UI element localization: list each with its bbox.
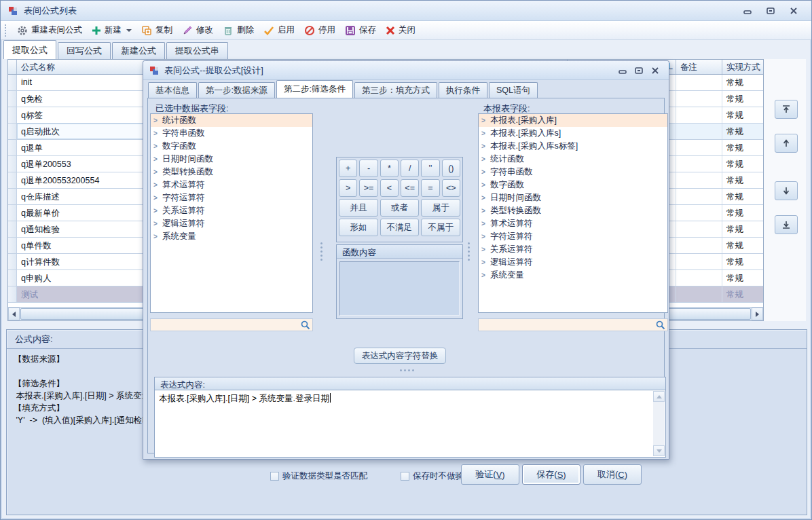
tree-item[interactable]: 类型转换函数: [479, 204, 667, 217]
expander-icon[interactable]: [481, 246, 490, 253]
dialog-tab[interactable]: 基本信息: [148, 82, 197, 98]
expander-icon[interactable]: [153, 181, 162, 189]
column-header-impl[interactable]: 实现方式: [722, 60, 763, 74]
main-tab[interactable]: 提取公式: [3, 40, 56, 59]
expander-icon[interactable]: [481, 194, 490, 202]
function-content-box[interactable]: [339, 261, 460, 316]
operator-button[interactable]: >=: [359, 179, 377, 197]
column-header-name[interactable]: 公式名称: [17, 60, 147, 74]
new-dropdown-icon[interactable]: [126, 29, 132, 32]
operator-button[interactable]: >: [339, 179, 357, 197]
dialog-restore-icon[interactable]: [631, 65, 647, 76]
tree-item[interactable]: 系统变量: [479, 269, 667, 282]
move-top-button[interactable]: [775, 100, 798, 119]
tree-item[interactable]: 日期时间函数: [479, 191, 667, 204]
operator-button[interactable]: 不属于: [421, 219, 460, 236]
operator-button[interactable]: +: [339, 160, 357, 177]
operator-button[interactable]: <=: [401, 179, 419, 197]
expander-icon[interactable]: [481, 259, 490, 266]
operator-button[interactable]: '': [421, 160, 439, 177]
left-search-input[interactable]: [150, 318, 313, 331]
validate-type-checkbox[interactable]: 验证数据类型是否匹配: [270, 470, 367, 482]
expander-icon[interactable]: [153, 168, 162, 176]
new-button[interactable]: 新建: [87, 22, 136, 38]
expander-icon[interactable]: [153, 155, 162, 163]
tree-item[interactable]: 本报表.[采购入库s]: [479, 127, 667, 140]
dialog-tab[interactable]: 执行条件: [439, 82, 487, 98]
scroll-down-icon[interactable]: [653, 445, 665, 456]
cancel-button[interactable]: 取消(C): [583, 464, 642, 485]
right-search-input[interactable]: [478, 318, 668, 331]
tree-item[interactable]: 系统变量: [151, 230, 312, 243]
expander-icon[interactable]: [153, 130, 162, 137]
expander-icon[interactable]: [481, 181, 490, 189]
tree-item[interactable]: 类型转换函数: [151, 166, 312, 179]
dialog-close-icon[interactable]: [647, 65, 663, 76]
tree-item[interactable]: 关系运算符: [151, 204, 312, 217]
operator-button[interactable]: <: [380, 179, 399, 197]
modify-button[interactable]: 修改: [177, 22, 218, 38]
expander-icon[interactable]: [481, 233, 490, 240]
tree-item[interactable]: 本报表.[采购入库]: [479, 114, 667, 127]
expression-textarea[interactable]: 本报表.[采购入库].[日期] > 系统变量.登录日期: [154, 390, 666, 458]
operator-button[interactable]: 不满足: [380, 219, 420, 236]
scroll-up-icon[interactable]: [653, 391, 665, 402]
operator-button[interactable]: (): [442, 160, 460, 177]
tree-item[interactable]: 字符串函数: [151, 127, 312, 140]
expander-icon[interactable]: [153, 143, 162, 150]
search-icon[interactable]: [655, 320, 666, 331]
delete-button[interactable]: 删除: [218, 22, 259, 38]
operator-button[interactable]: -: [359, 160, 377, 177]
main-tab[interactable]: 新建公式: [112, 42, 165, 59]
tree-item[interactable]: 算术运算符: [479, 217, 667, 230]
expander-icon[interactable]: [481, 207, 490, 215]
operator-button[interactable]: 形如: [339, 219, 378, 236]
expander-icon[interactable]: [153, 233, 162, 240]
tree-item[interactable]: 逻辑运算符: [151, 217, 312, 230]
operator-button[interactable]: =: [421, 179, 439, 197]
dialog-minimize-icon[interactable]: [614, 65, 631, 76]
search-icon[interactable]: [300, 320, 311, 331]
validate-button[interactable]: 验证(V): [461, 464, 519, 485]
checkbox-box[interactable]: [401, 472, 409, 481]
tree-item[interactable]: 统计函数: [479, 153, 667, 166]
enable-button[interactable]: 启用: [259, 22, 299, 38]
dialog-tab[interactable]: 第一步:数据来源: [198, 82, 275, 98]
tree-item[interactable]: 字符串函数: [479, 166, 667, 179]
rebuild-formula-button[interactable]: 重建表间公式: [12, 22, 87, 38]
tree-item[interactable]: 数字函数: [151, 140, 312, 153]
column-header-note[interactable]: 备注: [676, 60, 722, 74]
horizontal-splitter-handle[interactable]: [400, 369, 414, 371]
left-splitter-handle[interactable]: [320, 242, 322, 261]
minimize-icon[interactable]: [739, 5, 756, 16]
expander-icon[interactable]: [481, 220, 490, 227]
tree-item[interactable]: 字符运算符: [151, 191, 312, 204]
expander-icon[interactable]: [481, 130, 490, 137]
expander-icon[interactable]: [153, 207, 162, 215]
replace-expression-button[interactable]: 表达式内容字符替换: [354, 348, 446, 364]
tree-item[interactable]: 本报表.[采购入库s标签]: [479, 140, 667, 153]
disable-button[interactable]: 停用: [299, 22, 340, 38]
main-tab[interactable]: 回写公式: [58, 42, 111, 59]
operator-button[interactable]: *: [380, 160, 399, 177]
tree-item[interactable]: 字符运算符: [479, 230, 667, 243]
close-icon[interactable]: [786, 5, 802, 16]
copy-button[interactable]: 复制: [136, 22, 177, 38]
move-down-button[interactable]: [775, 181, 798, 200]
tree-item[interactable]: 逻辑运算符: [479, 256, 667, 269]
checkbox-box[interactable]: [270, 472, 279, 481]
expander-icon[interactable]: [153, 117, 162, 124]
scroll-left-icon[interactable]: [8, 308, 20, 320]
tree-item[interactable]: 日期时间函数: [151, 153, 312, 166]
report-fields-tree[interactable]: 本报表.[采购入库] 本报表.[采购入库s] 本报表.[采购入库s标签] 统计函…: [478, 113, 668, 313]
operator-button[interactable]: /: [401, 160, 419, 177]
dialog-tab[interactable]: 第三步：填充方式: [354, 82, 437, 98]
tree-item[interactable]: 算术运算符: [151, 179, 312, 191]
expander-icon[interactable]: [481, 143, 490, 150]
toolbar-grip[interactable]: [5, 24, 8, 37]
scroll-right-icon[interactable]: [752, 308, 763, 320]
expression-vertical-scrollbar[interactable]: [653, 391, 665, 456]
dialog-tab[interactable]: SQL语句: [489, 82, 538, 98]
tree-item[interactable]: 数字函数: [479, 179, 667, 191]
operator-button[interactable]: 属于: [421, 199, 460, 217]
